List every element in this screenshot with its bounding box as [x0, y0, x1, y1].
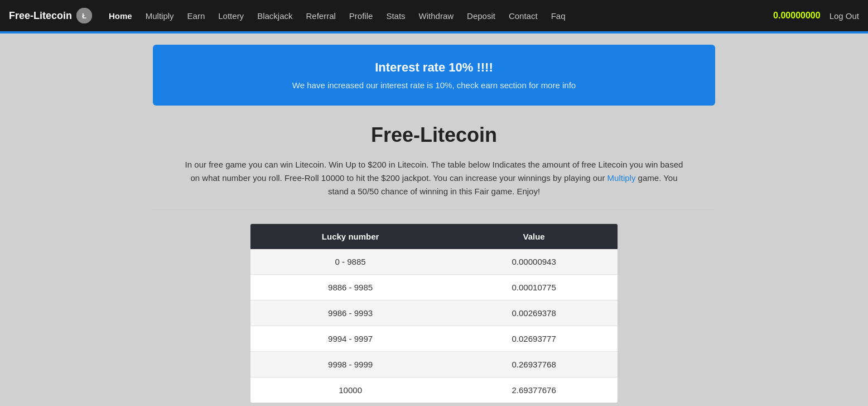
cell-value: 0.26937768 [450, 352, 618, 378]
multiply-link[interactable]: Multiply [607, 173, 636, 183]
brand-icon: Ł [76, 8, 92, 23]
nav-withdraw[interactable]: Withdraw [413, 7, 460, 25]
page-description: In our free game you can win Litecoin. W… [183, 158, 685, 198]
svg-text:Ł: Ł [82, 12, 86, 20]
cell-value: 2.69377676 [450, 378, 618, 403]
nav-earn[interactable]: Earn [182, 7, 211, 25]
nav-brand[interactable]: Free-Litecoin Ł [9, 8, 92, 23]
cell-lucky-number: 9986 - 9993 [250, 300, 450, 326]
table-row: 9886 - 99850.00010775 [250, 275, 618, 300]
lucky-table-wrapper: Lucky number Value 0 - 98850.00000943988… [250, 223, 618, 403]
banner: Interest rate 10% !!!! We have increased… [153, 45, 715, 106]
balance-display: 0.00000000 [773, 11, 821, 21]
nav-multiply[interactable]: Multiply [140, 7, 180, 25]
cell-lucky-number: 10000 [250, 378, 450, 403]
cell-value: 0.00000943 [450, 249, 618, 275]
nav-contact[interactable]: Contact [503, 7, 543, 25]
lucky-table: Lucky number Value 0 - 98850.00000943988… [250, 224, 618, 403]
col-lucky-number: Lucky number [250, 224, 450, 249]
nav-lottery[interactable]: Lottery [213, 7, 249, 25]
table-row: 9986 - 99930.00269378 [250, 300, 618, 326]
nav-referral[interactable]: Referral [300, 7, 341, 25]
nav-home[interactable]: Home [103, 7, 138, 25]
banner-subtitle: We have increased our interest rate is 1… [166, 80, 702, 90]
cell-value: 0.00269378 [450, 300, 618, 326]
brand-name: Free-Litecoin [9, 10, 72, 22]
col-value: Value [450, 224, 618, 249]
nav-profile[interactable]: Profile [344, 7, 379, 25]
table-row: 9994 - 99970.02693777 [250, 326, 618, 352]
banner-title: Interest rate 10% !!!! [166, 60, 702, 75]
table-row: 100002.69377676 [250, 378, 618, 403]
nav-stats[interactable]: Stats [380, 7, 411, 25]
logout-button[interactable]: Log Out [830, 11, 859, 21]
cell-lucky-number: 9994 - 9997 [250, 326, 450, 352]
table-header-row: Lucky number Value [250, 224, 618, 249]
table-row: 9998 - 99990.26937768 [250, 352, 618, 378]
navbar: Free-Litecoin Ł Home Multiply Earn Lotte… [0, 0, 868, 31]
cell-lucky-number: 9998 - 9999 [250, 352, 450, 378]
cell-value: 0.02693777 [450, 326, 618, 352]
nav-right: 0.00000000 Log Out [773, 11, 859, 21]
cell-lucky-number: 0 - 9885 [250, 249, 450, 275]
nav-faq[interactable]: Faq [546, 7, 571, 25]
nav-blackjack[interactable]: Blackjack [252, 7, 298, 25]
cell-value: 0.00010775 [450, 275, 618, 300]
nav-links: Home Multiply Earn Lottery Blackjack Ref… [103, 7, 773, 25]
page-title: Free-Litecoin [153, 123, 715, 147]
section-divider [153, 209, 715, 210]
table-row: 0 - 98850.00000943 [250, 249, 618, 275]
cell-lucky-number: 9886 - 9985 [250, 275, 450, 300]
main-content: Interest rate 10% !!!! We have increased… [144, 34, 724, 406]
nav-deposit[interactable]: Deposit [461, 7, 501, 25]
